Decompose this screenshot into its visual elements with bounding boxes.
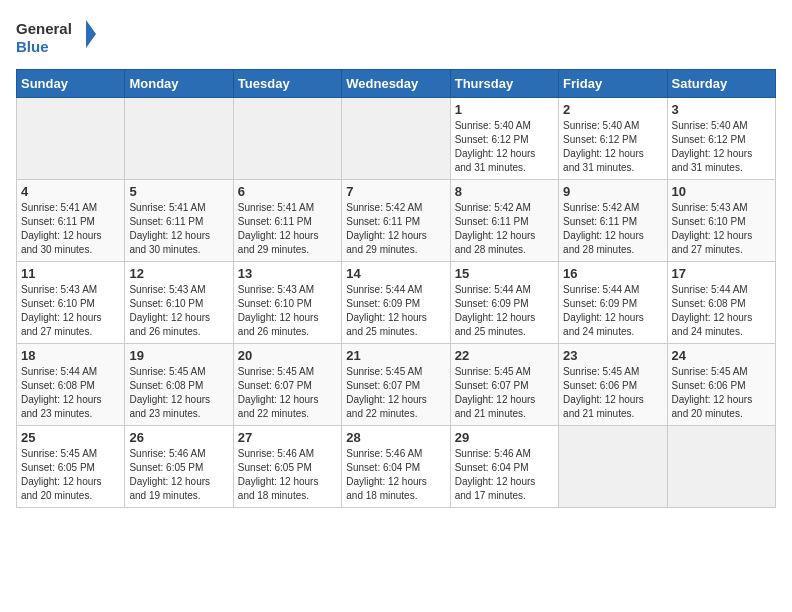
calendar-cell: 16Sunrise: 5:44 AMSunset: 6:09 PMDayligh…: [559, 262, 667, 344]
day-number: 11: [21, 266, 120, 281]
day-info: Sunrise: 5:41 AMSunset: 6:11 PMDaylight:…: [21, 201, 120, 257]
calendar-cell: 25Sunrise: 5:45 AMSunset: 6:05 PMDayligh…: [17, 426, 125, 508]
day-number: 23: [563, 348, 662, 363]
day-info: Sunrise: 5:46 AMSunset: 6:05 PMDaylight:…: [238, 447, 337, 503]
day-info: Sunrise: 5:41 AMSunset: 6:11 PMDaylight:…: [129, 201, 228, 257]
day-number: 2: [563, 102, 662, 117]
calendar-cell: 3Sunrise: 5:40 AMSunset: 6:12 PMDaylight…: [667, 98, 775, 180]
day-number: 10: [672, 184, 771, 199]
logo: General Blue: [16, 16, 96, 61]
day-info: Sunrise: 5:44 AMSunset: 6:09 PMDaylight:…: [455, 283, 554, 339]
day-info: Sunrise: 5:44 AMSunset: 6:09 PMDaylight:…: [346, 283, 445, 339]
calendar-cell: [559, 426, 667, 508]
calendar-cell: 21Sunrise: 5:45 AMSunset: 6:07 PMDayligh…: [342, 344, 450, 426]
day-number: 1: [455, 102, 554, 117]
day-info: Sunrise: 5:45 AMSunset: 6:07 PMDaylight:…: [455, 365, 554, 421]
calendar-cell: [342, 98, 450, 180]
day-info: Sunrise: 5:43 AMSunset: 6:10 PMDaylight:…: [21, 283, 120, 339]
calendar-cell: 7Sunrise: 5:42 AMSunset: 6:11 PMDaylight…: [342, 180, 450, 262]
day-number: 15: [455, 266, 554, 281]
day-header-friday: Friday: [559, 70, 667, 98]
calendar-table: SundayMondayTuesdayWednesdayThursdayFrid…: [16, 69, 776, 508]
day-number: 27: [238, 430, 337, 445]
day-info: Sunrise: 5:43 AMSunset: 6:10 PMDaylight:…: [238, 283, 337, 339]
calendar-cell: 27Sunrise: 5:46 AMSunset: 6:05 PMDayligh…: [233, 426, 341, 508]
day-number: 13: [238, 266, 337, 281]
calendar-cell: [125, 98, 233, 180]
day-number: 17: [672, 266, 771, 281]
svg-text:Blue: Blue: [16, 38, 49, 55]
day-number: 29: [455, 430, 554, 445]
svg-marker-2: [86, 20, 96, 48]
calendar-cell: 4Sunrise: 5:41 AMSunset: 6:11 PMDaylight…: [17, 180, 125, 262]
calendar-cell: 28Sunrise: 5:46 AMSunset: 6:04 PMDayligh…: [342, 426, 450, 508]
calendar-cell: 1Sunrise: 5:40 AMSunset: 6:12 PMDaylight…: [450, 98, 558, 180]
day-info: Sunrise: 5:43 AMSunset: 6:10 PMDaylight:…: [672, 201, 771, 257]
day-info: Sunrise: 5:42 AMSunset: 6:11 PMDaylight:…: [563, 201, 662, 257]
week-row-4: 18Sunrise: 5:44 AMSunset: 6:08 PMDayligh…: [17, 344, 776, 426]
day-info: Sunrise: 5:45 AMSunset: 6:05 PMDaylight:…: [21, 447, 120, 503]
calendar-cell: 17Sunrise: 5:44 AMSunset: 6:08 PMDayligh…: [667, 262, 775, 344]
day-info: Sunrise: 5:46 AMSunset: 6:04 PMDaylight:…: [346, 447, 445, 503]
day-info: Sunrise: 5:40 AMSunset: 6:12 PMDaylight:…: [563, 119, 662, 175]
day-header-saturday: Saturday: [667, 70, 775, 98]
day-info: Sunrise: 5:45 AMSunset: 6:07 PMDaylight:…: [346, 365, 445, 421]
calendar-cell: 11Sunrise: 5:43 AMSunset: 6:10 PMDayligh…: [17, 262, 125, 344]
day-header-wednesday: Wednesday: [342, 70, 450, 98]
logo-svg: General Blue: [16, 16, 96, 61]
calendar-cell: 19Sunrise: 5:45 AMSunset: 6:08 PMDayligh…: [125, 344, 233, 426]
calendar-cell: 14Sunrise: 5:44 AMSunset: 6:09 PMDayligh…: [342, 262, 450, 344]
day-number: 20: [238, 348, 337, 363]
day-number: 26: [129, 430, 228, 445]
day-info: Sunrise: 5:40 AMSunset: 6:12 PMDaylight:…: [455, 119, 554, 175]
svg-text:General: General: [16, 20, 72, 37]
calendar-cell: 8Sunrise: 5:42 AMSunset: 6:11 PMDaylight…: [450, 180, 558, 262]
day-number: 7: [346, 184, 445, 199]
day-info: Sunrise: 5:44 AMSunset: 6:08 PMDaylight:…: [21, 365, 120, 421]
calendar-cell: 9Sunrise: 5:42 AMSunset: 6:11 PMDaylight…: [559, 180, 667, 262]
day-number: 3: [672, 102, 771, 117]
day-info: Sunrise: 5:44 AMSunset: 6:09 PMDaylight:…: [563, 283, 662, 339]
day-number: 16: [563, 266, 662, 281]
calendar-cell: [17, 98, 125, 180]
day-number: 14: [346, 266, 445, 281]
week-row-2: 4Sunrise: 5:41 AMSunset: 6:11 PMDaylight…: [17, 180, 776, 262]
day-info: Sunrise: 5:46 AMSunset: 6:05 PMDaylight:…: [129, 447, 228, 503]
calendar-cell: 10Sunrise: 5:43 AMSunset: 6:10 PMDayligh…: [667, 180, 775, 262]
day-info: Sunrise: 5:45 AMSunset: 6:07 PMDaylight:…: [238, 365, 337, 421]
day-info: Sunrise: 5:45 AMSunset: 6:06 PMDaylight:…: [563, 365, 662, 421]
day-header-monday: Monday: [125, 70, 233, 98]
day-info: Sunrise: 5:44 AMSunset: 6:08 PMDaylight:…: [672, 283, 771, 339]
day-header-tuesday: Tuesday: [233, 70, 341, 98]
days-header-row: SundayMondayTuesdayWednesdayThursdayFrid…: [17, 70, 776, 98]
day-number: 8: [455, 184, 554, 199]
calendar-cell: 23Sunrise: 5:45 AMSunset: 6:06 PMDayligh…: [559, 344, 667, 426]
calendar-cell: 6Sunrise: 5:41 AMSunset: 6:11 PMDaylight…: [233, 180, 341, 262]
week-row-1: 1Sunrise: 5:40 AMSunset: 6:12 PMDaylight…: [17, 98, 776, 180]
header: General Blue: [16, 16, 776, 61]
calendar-cell: 12Sunrise: 5:43 AMSunset: 6:10 PMDayligh…: [125, 262, 233, 344]
day-number: 18: [21, 348, 120, 363]
day-number: 25: [21, 430, 120, 445]
calendar-cell: 18Sunrise: 5:44 AMSunset: 6:08 PMDayligh…: [17, 344, 125, 426]
day-info: Sunrise: 5:45 AMSunset: 6:06 PMDaylight:…: [672, 365, 771, 421]
calendar-cell: 2Sunrise: 5:40 AMSunset: 6:12 PMDaylight…: [559, 98, 667, 180]
calendar-cell: 26Sunrise: 5:46 AMSunset: 6:05 PMDayligh…: [125, 426, 233, 508]
calendar-cell: 15Sunrise: 5:44 AMSunset: 6:09 PMDayligh…: [450, 262, 558, 344]
day-number: 19: [129, 348, 228, 363]
calendar-cell: 24Sunrise: 5:45 AMSunset: 6:06 PMDayligh…: [667, 344, 775, 426]
calendar-cell: 13Sunrise: 5:43 AMSunset: 6:10 PMDayligh…: [233, 262, 341, 344]
calendar-cell: 20Sunrise: 5:45 AMSunset: 6:07 PMDayligh…: [233, 344, 341, 426]
calendar-cell: 5Sunrise: 5:41 AMSunset: 6:11 PMDaylight…: [125, 180, 233, 262]
day-info: Sunrise: 5:43 AMSunset: 6:10 PMDaylight:…: [129, 283, 228, 339]
week-row-3: 11Sunrise: 5:43 AMSunset: 6:10 PMDayligh…: [17, 262, 776, 344]
day-number: 21: [346, 348, 445, 363]
day-number: 5: [129, 184, 228, 199]
day-info: Sunrise: 5:42 AMSunset: 6:11 PMDaylight:…: [455, 201, 554, 257]
day-info: Sunrise: 5:42 AMSunset: 6:11 PMDaylight:…: [346, 201, 445, 257]
day-info: Sunrise: 5:40 AMSunset: 6:12 PMDaylight:…: [672, 119, 771, 175]
day-number: 28: [346, 430, 445, 445]
calendar-cell: [233, 98, 341, 180]
day-info: Sunrise: 5:41 AMSunset: 6:11 PMDaylight:…: [238, 201, 337, 257]
day-header-thursday: Thursday: [450, 70, 558, 98]
